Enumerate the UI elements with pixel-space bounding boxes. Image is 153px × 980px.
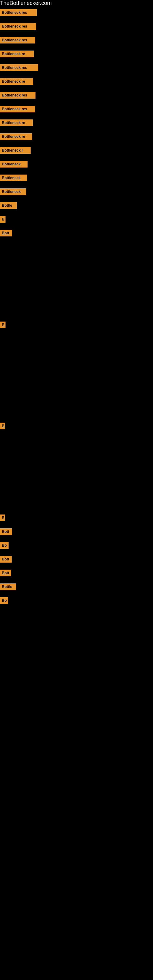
- site-title: TheBottlenecker.com: [0, 0, 52, 9]
- bar-container-10: Bottleneck r: [0, 147, 153, 161]
- bottleneck-label-8: Bottleneck re: [0, 119, 33, 126]
- bottleneck-label-6: Bottleneck res: [0, 92, 35, 99]
- bar-container-3: Bottleneck re: [0, 51, 153, 64]
- bar-container-6: Bottleneck res: [0, 92, 153, 106]
- bottleneck-label-12: Bottleneck: [0, 175, 27, 181]
- bar-container-9: Bottleneck re: [0, 133, 153, 147]
- bar-container-20: Bott: [0, 528, 153, 542]
- bottleneck-label-3: Bottleneck re: [0, 51, 33, 57]
- bar-container-15: B: [0, 216, 153, 230]
- bottleneck-label-14: Bottle: [0, 202, 17, 209]
- bottleneck-label-11: Bottleneck: [0, 161, 27, 167]
- bar-container-14: Bottle: [0, 202, 153, 216]
- bottleneck-label-20: Bott: [0, 528, 12, 535]
- bar-container-13: Bottleneck: [0, 188, 153, 202]
- bottleneck-label-13: Bottleneck: [0, 188, 26, 195]
- bottleneck-label-5: Bottleneck re: [0, 78, 33, 85]
- bar-container-11: Bottleneck: [0, 161, 153, 175]
- bottleneck-label-2: Bottleneck res: [0, 37, 35, 43]
- bottleneck-label-10: Bottleneck r: [0, 147, 30, 154]
- bottleneck-label-24: Bottle: [0, 584, 16, 590]
- bar-container-25: Bo: [0, 597, 153, 611]
- bottleneck-label-18: B: [0, 423, 5, 430]
- bar-container-17: B: [0, 321, 153, 335]
- bar-container-4: Bottleneck res: [0, 64, 153, 78]
- bar-container-24: Bottle: [0, 584, 153, 597]
- bottleneck-label-25: Bo: [0, 597, 8, 604]
- bottleneck-label-1: Bottleneck res: [0, 23, 36, 30]
- bottleneck-label-17: B: [0, 321, 5, 328]
- bar-container-5: Bottleneck re: [0, 78, 153, 92]
- bottleneck-label-22: Bott: [0, 556, 12, 563]
- bar-container-23: Bott: [0, 570, 153, 584]
- bottleneck-label-4: Bottleneck res: [0, 64, 38, 71]
- bottleneck-label-9: Bottleneck re: [0, 133, 32, 140]
- bottleneck-label-19: B: [0, 514, 5, 521]
- bar-container-22: Bott: [0, 556, 153, 570]
- bar-container-7: Bottleneck res: [0, 106, 153, 119]
- bar-container-12: Bottleneck: [0, 175, 153, 188]
- bottleneck-label-23: Bott: [0, 570, 11, 576]
- bar-container-0: Bottleneck res: [0, 9, 153, 23]
- bar-container-19: B: [0, 514, 153, 528]
- bar-container-16: Bott: [0, 230, 153, 243]
- bottleneck-label-7: Bottleneck res: [0, 106, 35, 112]
- bar-container-2: Bottleneck res: [0, 37, 153, 51]
- bottleneck-label-0: Bottleneck res: [0, 9, 37, 16]
- bar-container-21: Bo: [0, 542, 153, 556]
- bottleneck-label-16: Bott: [0, 230, 12, 236]
- bottleneck-label-15: B: [0, 216, 5, 223]
- bar-container-1: Bottleneck res: [0, 23, 153, 37]
- bar-container-18: B: [0, 423, 153, 436]
- bar-container-8: Bottleneck re: [0, 119, 153, 133]
- bottleneck-label-21: Bo: [0, 542, 9, 549]
